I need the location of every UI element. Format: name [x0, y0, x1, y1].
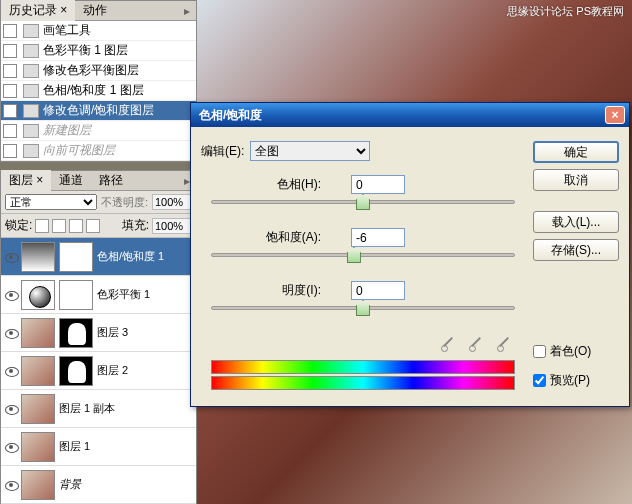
lock-all-icon[interactable]: [86, 219, 100, 233]
layer-name: 色相/饱和度 1: [97, 249, 164, 264]
hue-input[interactable]: [351, 175, 405, 194]
layers-panel: 图层 × 通道 路径 ▸ 正常 不透明度: 100% 锁定: 填充: 100% …: [0, 170, 197, 504]
layer-thumb[interactable]: [21, 242, 55, 272]
layer-row[interactable]: 色彩平衡 1: [1, 276, 196, 314]
history-item[interactable]: 修改色彩平衡图层: [1, 61, 196, 81]
history-item[interactable]: 新建图层: [1, 121, 196, 141]
colorize-label: 着色(O): [550, 343, 591, 360]
lightness-input[interactable]: [351, 281, 405, 300]
colorize-checkbox[interactable]: [533, 345, 546, 358]
eye-icon[interactable]: [3, 363, 19, 379]
history-panel: 历史记录 × 动作 ▸ 画笔工具 色彩平衡 1 图层 修改色彩平衡图层 色相/饱…: [0, 0, 197, 162]
eye-icon[interactable]: [3, 249, 19, 265]
lightness-slider[interactable]: [211, 306, 515, 310]
layer-thumb[interactable]: [21, 356, 55, 386]
close-icon[interactable]: ×: [605, 106, 625, 124]
saturation-slider[interactable]: [211, 253, 515, 257]
history-item[interactable]: 色相/饱和度 1 图层: [1, 81, 196, 101]
eye-icon[interactable]: [3, 439, 19, 455]
eyedropper-subtract-icon[interactable]: [495, 334, 513, 352]
tab-actions[interactable]: 动作: [75, 0, 115, 21]
tab-history[interactable]: 历史记录 ×: [1, 0, 75, 21]
layer-thumb[interactable]: [21, 432, 55, 462]
history-item[interactable]: 色彩平衡 1 图层: [1, 41, 196, 61]
fill-value[interactable]: 100%: [152, 218, 192, 234]
eye-icon[interactable]: [3, 287, 19, 303]
eyedropper-add-icon[interactable]: [467, 334, 485, 352]
history-label: 色彩平衡 1 图层: [43, 42, 128, 59]
history-label: 新建图层: [43, 122, 91, 139]
layer-row[interactable]: 图层 2: [1, 352, 196, 390]
history-label: 修改色调/饱和度图层: [43, 102, 154, 119]
edit-select[interactable]: 全图: [250, 141, 370, 161]
ok-button[interactable]: 确定: [533, 141, 619, 163]
hue-spectrum-top: [211, 360, 515, 374]
layer-thumb[interactable]: [21, 394, 55, 424]
layer-name: 图层 1 副本: [59, 401, 115, 416]
tab-paths[interactable]: 路径: [91, 170, 131, 191]
panel-menu-icon[interactable]: ▸: [178, 4, 196, 18]
layer-mask[interactable]: [59, 356, 93, 386]
history-item[interactable]: 向前可视图层: [1, 141, 196, 161]
saturation-label: 饱和度(A):: [201, 229, 351, 246]
layer-thumb[interactable]: [21, 470, 55, 500]
eyedropper-icon[interactable]: [439, 334, 457, 352]
layer-row[interactable]: 图层 1 副本: [1, 390, 196, 428]
lock-label: 锁定:: [5, 217, 32, 234]
layer-row-selected[interactable]: 色相/饱和度 1: [1, 238, 196, 276]
load-button[interactable]: 载入(L)...: [533, 211, 619, 233]
preview-label: 预览(P): [550, 372, 590, 389]
blend-mode-select[interactable]: 正常: [5, 194, 97, 210]
layer-name: 背景: [59, 477, 81, 492]
tab-layers[interactable]: 图层 ×: [1, 170, 51, 191]
eye-icon[interactable]: [3, 401, 19, 417]
layer-thumb[interactable]: [21, 280, 55, 310]
layer-name: 图层 1: [59, 439, 90, 454]
hue-spectrum-bottom: [211, 376, 515, 390]
layer-name: 图层 2: [97, 363, 128, 378]
opacity-label: 不透明度:: [101, 195, 148, 210]
hue-saturation-dialog: 色相/饱和度 × 编辑(E): 全图 色相(H): 饱和度(A):: [190, 102, 630, 407]
layer-row[interactable]: 图层 3: [1, 314, 196, 352]
hue-slider[interactable]: [211, 200, 515, 204]
layer-name: 色彩平衡 1: [97, 287, 150, 302]
dialog-title: 色相/饱和度: [199, 107, 262, 124]
cancel-button[interactable]: 取消: [533, 169, 619, 191]
lightness-label: 明度(I):: [201, 282, 351, 299]
eye-icon[interactable]: [3, 477, 19, 493]
history-label: 色相/饱和度 1 图层: [43, 82, 144, 99]
hue-label: 色相(H):: [201, 176, 351, 193]
eye-icon[interactable]: [3, 325, 19, 341]
history-label: 画笔工具: [43, 22, 91, 39]
layer-mask[interactable]: [59, 242, 93, 272]
fill-label: 填充:: [122, 217, 149, 234]
layer-mask[interactable]: [59, 280, 93, 310]
dialog-titlebar[interactable]: 色相/饱和度 ×: [191, 103, 629, 127]
lock-pixels-icon[interactable]: [52, 219, 66, 233]
preview-checkbox[interactable]: [533, 374, 546, 387]
layer-thumb[interactable]: [21, 318, 55, 348]
edit-label: 编辑(E):: [201, 143, 244, 160]
lock-transparent-icon[interactable]: [35, 219, 49, 233]
history-label: 向前可视图层: [43, 142, 115, 159]
tab-channels[interactable]: 通道: [51, 170, 91, 191]
history-label: 修改色彩平衡图层: [43, 62, 139, 79]
layer-row[interactable]: 背景: [1, 466, 196, 504]
history-item[interactable]: 画笔工具: [1, 21, 196, 41]
layer-row[interactable]: 图层 1: [1, 428, 196, 466]
lock-position-icon[interactable]: [69, 219, 83, 233]
save-button[interactable]: 存储(S)...: [533, 239, 619, 261]
watermark-text: 思缘设计论坛 PS教程网: [507, 4, 624, 19]
layer-name: 图层 3: [97, 325, 128, 340]
history-item-selected[interactable]: 修改色调/饱和度图层: [1, 101, 196, 121]
layer-mask[interactable]: [59, 318, 93, 348]
saturation-input[interactable]: [351, 228, 405, 247]
opacity-value[interactable]: 100%: [152, 194, 192, 210]
